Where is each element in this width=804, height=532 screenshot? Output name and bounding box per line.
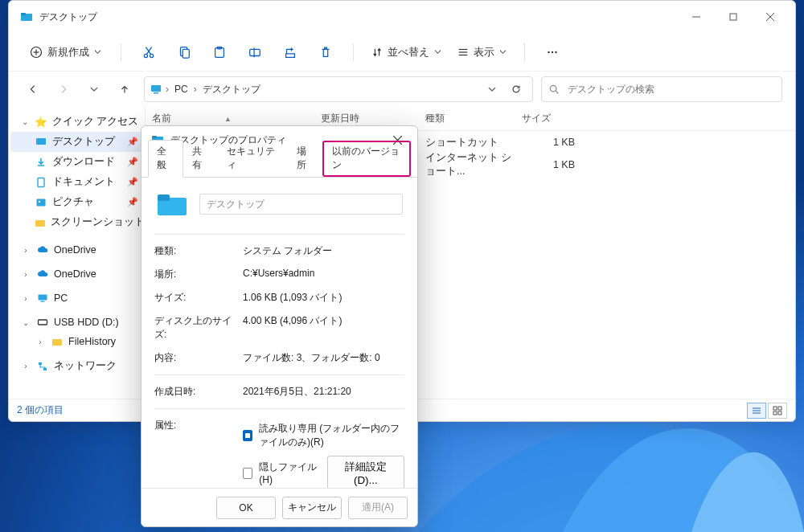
hidden-label: 隠しファイル(H) (259, 460, 320, 485)
copy-icon[interactable] (168, 38, 200, 67)
svg-rect-4 (730, 14, 736, 20)
svg-rect-27 (154, 92, 158, 94)
view-button[interactable]: 表示 (451, 42, 513, 63)
new-label: 新規作成 (47, 45, 89, 59)
tab-share[interactable]: 共有 (183, 140, 219, 178)
download-icon (35, 156, 47, 169)
sidebar-pc[interactable]: ›PC (10, 289, 143, 308)
sidebar-network[interactable]: ›ネットワーク (10, 356, 143, 376)
svg-point-24 (552, 51, 553, 52)
svg-point-11 (150, 54, 154, 57)
svg-rect-30 (36, 138, 46, 145)
hidden-checkbox[interactable] (243, 468, 252, 479)
svg-rect-38 (52, 339, 62, 346)
cut-icon[interactable] (133, 38, 165, 67)
column-name[interactable]: 名前▲ (152, 112, 321, 125)
readonly-checkbox[interactable] (243, 430, 252, 441)
breadcrumb-folder[interactable]: デスクトップ (200, 81, 263, 98)
column-type[interactable]: 種類 (425, 112, 522, 125)
rename-icon[interactable] (239, 38, 271, 67)
refresh-button[interactable] (505, 78, 527, 100)
svg-point-25 (555, 51, 556, 52)
pin-icon: 📌 (127, 177, 138, 187)
svg-rect-39 (39, 362, 42, 365)
kv-contents-label: 内容: (154, 351, 243, 365)
ok-button[interactable]: OK (216, 497, 276, 519)
sidebar-desktop[interactable]: デスクトップ📌 (10, 132, 143, 152)
advanced-button[interactable]: 詳細設定(D)... (327, 456, 404, 488)
cancel-button[interactable]: キャンセル (282, 497, 342, 519)
address-dropdown[interactable] (481, 78, 503, 100)
delete-icon[interactable] (310, 38, 342, 67)
sidebar: ⌄⭐クイック アクセス デスクトップ📌 ダウンロード📌 ドキュメント📌 ピクチャ… (9, 107, 146, 399)
column-date[interactable]: 更新日時 (321, 112, 425, 125)
chevron-down-icon (94, 48, 101, 55)
svg-rect-34 (35, 220, 45, 227)
nav-up-button[interactable] (113, 78, 136, 100)
minimize-button[interactable] (678, 4, 715, 30)
search-bar[interactable] (541, 76, 782, 102)
folder-icon (20, 10, 33, 23)
picture-icon (35, 196, 47, 209)
share-icon[interactable] (274, 38, 306, 67)
more-icon[interactable] (536, 38, 568, 67)
kv-attr-label: 属性: (154, 419, 243, 432)
close-button[interactable] (752, 4, 789, 30)
search-icon (548, 84, 560, 95)
tab-previous-versions[interactable]: 以前のバージョン (322, 141, 411, 177)
nav-recent-button[interactable] (83, 78, 105, 100)
titlebar: デスクトップ (9, 1, 795, 33)
maximize-button[interactable] (715, 4, 752, 30)
paste-icon[interactable] (203, 38, 236, 67)
kv-disk-value: 4.00 KB (4,096 バイト) (243, 314, 404, 342)
tab-location[interactable]: 場所 (288, 140, 323, 178)
toolbar: 新規作成 並べ替え 表示 (9, 33, 795, 72)
view-details-button[interactable] (747, 403, 766, 419)
kv-kind-label: 種類: (154, 244, 243, 258)
pc-icon (36, 292, 49, 305)
star-icon: ⭐ (35, 116, 47, 129)
chevron-down-icon (434, 48, 441, 55)
svg-rect-47 (778, 411, 781, 415)
apply-button[interactable]: 適用(A) (348, 497, 408, 519)
kv-created-label: 作成日時: (154, 385, 243, 399)
svg-rect-31 (38, 178, 44, 186)
column-size[interactable]: サイズ (522, 112, 586, 125)
sidebar-screenshots[interactable]: スクリーンショット (10, 212, 143, 232)
tab-security[interactable]: セキュリティ (218, 140, 288, 178)
svg-line-29 (556, 91, 558, 93)
folder-icon (51, 335, 64, 348)
sidebar-quick-access[interactable]: ⌄⭐クイック アクセス (10, 112, 143, 132)
kv-size-value: 1.06 KB (1,093 バイト) (243, 291, 404, 305)
svg-line-13 (146, 47, 150, 54)
sidebar-onedrive-2[interactable]: ›OneDrive (10, 264, 143, 284)
sidebar-filehistory[interactable]: ›FileHistory (10, 332, 143, 351)
breadcrumb-pc[interactable]: PC (172, 82, 191, 96)
network-icon (36, 360, 49, 373)
window-title: デスクトップ (39, 10, 97, 24)
nav-back-button[interactable] (22, 78, 44, 100)
sidebar-documents[interactable]: ドキュメント📌 (10, 172, 143, 192)
sort-asc-icon: ▲ (224, 115, 232, 123)
new-button[interactable]: 新規作成 (22, 42, 109, 63)
kv-kind-value: システム フォルダー (243, 244, 404, 258)
search-input[interactable] (566, 83, 775, 96)
sidebar-usb[interactable]: ⌄USB HDD (D:) (10, 313, 143, 332)
tab-general[interactable]: 全般 (148, 140, 183, 178)
kv-size-label: サイズ: (154, 291, 243, 305)
folder-name-field[interactable]: デスクトップ (199, 194, 403, 215)
pin-icon: 📌 (127, 137, 138, 147)
chevron-down-icon (499, 48, 507, 55)
sidebar-onedrive-1[interactable]: ›OneDrive (10, 240, 143, 260)
sidebar-downloads[interactable]: ダウンロード📌 (10, 152, 143, 172)
svg-rect-36 (41, 301, 45, 302)
item-count: 2 個の項目 (17, 403, 64, 417)
pin-icon: 📌 (127, 197, 138, 207)
svg-rect-15 (183, 49, 189, 58)
sort-button[interactable]: 並べ替え (365, 42, 448, 63)
address-bar[interactable]: › PC › デスクトップ (144, 76, 533, 102)
sidebar-pictures[interactable]: ピクチャ📌 (10, 192, 143, 212)
svg-point-28 (550, 85, 556, 92)
nav-forward-button[interactable] (52, 78, 75, 100)
view-grid-button[interactable] (768, 403, 787, 419)
